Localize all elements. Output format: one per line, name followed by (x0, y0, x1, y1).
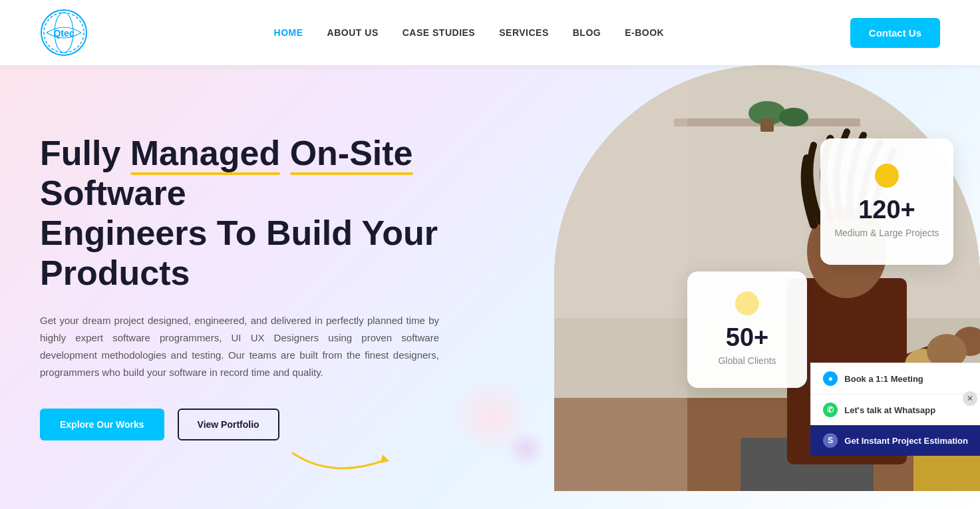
hero-content: Fully Managed On-Site Software Engineers… (0, 94, 479, 480)
stat-dot-large (875, 164, 899, 188)
explore-works-button[interactable]: Explore Our Works (40, 409, 164, 440)
purple-blob-decor (506, 429, 546, 469)
svg-point-9 (779, 108, 808, 126)
svg-text:Qtec: Qtec (53, 28, 74, 39)
svg-rect-10 (760, 118, 774, 132)
book-meeting-label: Book a 1:1 Meeting (844, 374, 923, 384)
stat-card-small: 50+ Global Clients (687, 271, 807, 388)
stat-card-large: 120+ Medium & Large Projects (820, 138, 953, 265)
nav-link-blog[interactable]: BLOG (573, 27, 601, 38)
stat-number-small: 50+ (726, 323, 768, 352)
whatsapp-icon: ✆ (823, 403, 838, 417)
nav-item-ebook[interactable]: E-BOOK (625, 27, 664, 39)
nav-link-home[interactable]: HOME (274, 27, 303, 38)
stat-label-large: Medium & Large Projects (834, 227, 939, 240)
hero-title-line2: Engineers To Build Your Products (40, 214, 438, 292)
highlight-onsite: On-Site (290, 134, 413, 172)
logo[interactable]: Qtec (40, 9, 88, 57)
estimation-label: Get Instant Project Estimation (844, 436, 968, 446)
estimation-button[interactable]: S Get Instant Project Estimation (810, 425, 980, 456)
close-floating-button[interactable]: ✕ (963, 391, 977, 406)
stat-label-small: Global Clients (718, 355, 776, 368)
nav-item-home[interactable]: HOME (274, 27, 303, 39)
nav-link-case-studies[interactable]: CASE STUDIES (403, 27, 475, 38)
book-meeting-button[interactable]: ● Book a 1:1 Meeting (810, 363, 980, 394)
arrow-decoration (279, 440, 399, 489)
nav-item-case-studies[interactable]: CASE STUDIES (403, 27, 475, 39)
nav-right: Contact Us (850, 18, 940, 48)
view-portfolio-button[interactable]: View Portfolio (178, 409, 279, 440)
whatsapp-label: Let's talk at Whatsapp (844, 405, 935, 415)
nav-link-ebook[interactable]: E-BOOK (625, 27, 664, 38)
floating-actions: ● Book a 1:1 Meeting ✆ Let's talk at Wha… (810, 363, 980, 456)
svg-rect-23 (554, 65, 687, 491)
navbar: Qtec HOME ABOUT US CASE STUDIES SERVICES… (0, 0, 980, 65)
nav-item-services[interactable]: SERVICES (499, 27, 549, 39)
nav-item-blog[interactable]: BLOG (573, 27, 601, 39)
stat-dot-small (735, 291, 759, 315)
stat-number-large: 120+ (858, 196, 915, 224)
hero-title: Fully Managed On-Site Software Engineers… (40, 134, 439, 293)
nav-item-about[interactable]: ABOUT US (327, 27, 379, 39)
nav-links: HOME ABOUT US CASE STUDIES SERVICES BLOG… (274, 27, 665, 39)
svg-marker-4 (381, 454, 389, 463)
nav-link-services[interactable]: SERVICES (499, 27, 549, 38)
hero-description: Get your dream project designed, enginee… (40, 312, 439, 382)
meeting-icon: ● (823, 371, 838, 386)
whatsapp-button[interactable]: ✆ Let's talk at Whatsapp (810, 394, 980, 425)
contact-button[interactable]: Contact Us (850, 18, 940, 48)
nav-link-about[interactable]: ABOUT US (327, 27, 379, 38)
hero-buttons: Explore Our Works View Portfolio (40, 409, 439, 440)
highlight-managed: Managed (130, 134, 280, 172)
estimation-icon: S (823, 433, 838, 448)
